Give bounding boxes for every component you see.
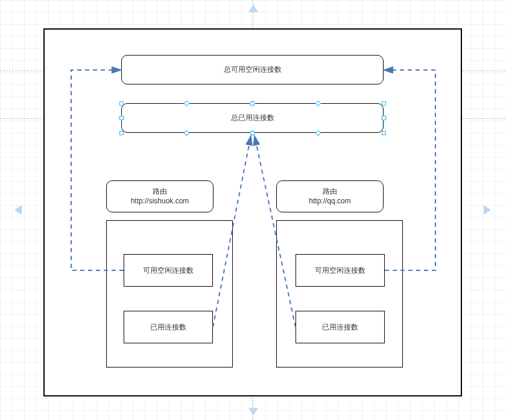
selection-handle-nw[interactable] (119, 101, 124, 106)
node-used-1[interactable]: 已用连接数 (124, 311, 213, 343)
node-label: 已用连接数 (322, 322, 358, 332)
selection-handle-sw[interactable] (119, 131, 124, 135)
node-total-used[interactable]: 总已用连接数 (121, 103, 384, 133)
node-route-2[interactable]: 路由 http://qq.com (276, 180, 384, 212)
node-label-line1: 路由 (153, 187, 167, 197)
node-label: 可用空闲连接数 (143, 266, 194, 276)
node-label-line2: http://qq.com (309, 197, 350, 206)
node-idle-2[interactable]: 可用空闲连接数 (296, 254, 385, 287)
node-label-line2: http://sishuok.com (131, 197, 189, 206)
extend-arrow-up[interactable] (248, 5, 258, 12)
node-idle-1[interactable]: 可用空闲连接数 (124, 254, 213, 287)
node-label: 总可用空闲连接数 (224, 65, 282, 75)
node-used-2[interactable]: 已用连接数 (296, 311, 385, 343)
extend-arrow-down[interactable] (248, 408, 258, 415)
node-label: 总已用连接数 (231, 113, 274, 123)
node-pool-2[interactable] (276, 220, 403, 368)
selection-handle-se[interactable] (382, 131, 386, 135)
selection-handle-ne[interactable] (382, 101, 386, 106)
node-label: 可用空闲连接数 (315, 266, 365, 276)
node-label-line1: 路由 (323, 187, 337, 197)
extend-arrow-left[interactable] (14, 205, 22, 215)
extend-arrow-right[interactable] (484, 205, 491, 215)
node-label: 已用连接数 (150, 322, 186, 332)
node-pool-1[interactable] (106, 220, 233, 368)
node-total-idle[interactable]: 总可用空闲连接数 (121, 55, 384, 84)
node-route-1[interactable]: 路由 http://sishuok.com (106, 180, 213, 212)
diagram-canvas[interactable]: 总可用空闲连接数 总已用连接数 路由 http://sishuok.com 路由… (0, 0, 506, 420)
